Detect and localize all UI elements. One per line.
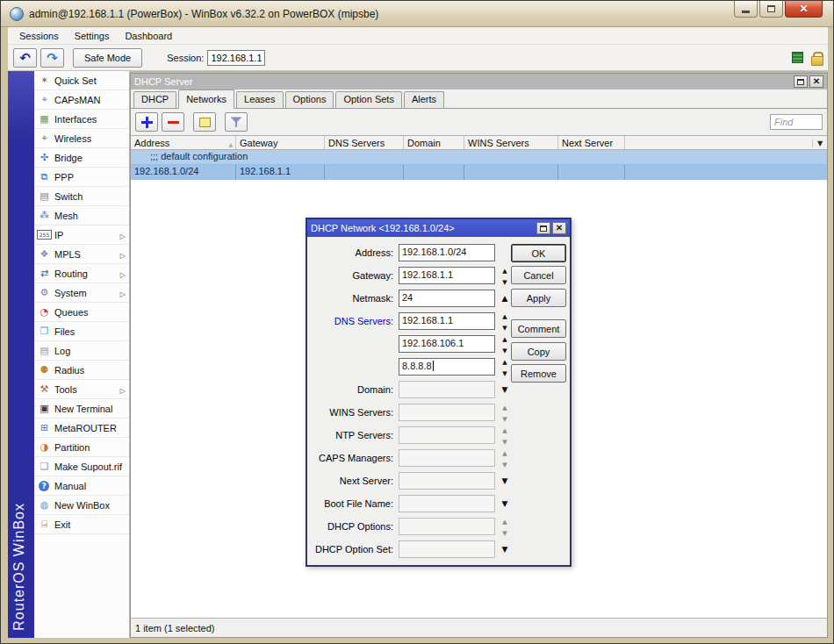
- spinner-updown-icon[interactable]: [499, 310, 511, 333]
- mpls-icon: ❖: [37, 248, 52, 260]
- find-input[interactable]: [770, 114, 823, 130]
- dialog-close-button[interactable]: ✕: [552, 222, 566, 234]
- sidebar-item-manual[interactable]: ?Manual: [34, 476, 129, 496]
- sidebar-item-capsman[interactable]: ⌖CAPsMAN: [34, 90, 129, 110]
- field-address: Address:192.168.1.0/24: [313, 244, 495, 261]
- sidebar-item-queues[interactable]: ◔Queues: [34, 303, 129, 322]
- sidebar-item-interfaces[interactable]: ▦Interfaces: [34, 110, 129, 129]
- tab-networks[interactable]: Networks: [178, 89, 234, 109]
- remove-button[interactable]: [162, 112, 184, 132]
- dialog-titlebar[interactable]: DHCP Network <192.168.1.0/24> ✕: [307, 219, 570, 237]
- sidebar-item-routing[interactable]: ⇄Routing: [34, 264, 129, 283]
- address-input[interactable]: 192.168.1.0/24: [399, 244, 495, 261]
- filter-button[interactable]: [225, 112, 248, 132]
- dropdown-arrow-icon[interactable]: [499, 476, 511, 485]
- tab-alerts[interactable]: Alerts: [404, 91, 444, 108]
- undo-button[interactable]: [13, 48, 37, 68]
- field-wins-servers: WINS Servers:: [313, 404, 511, 421]
- apply-button[interactable]: Apply: [511, 289, 566, 307]
- tab-leases[interactable]: Leases: [236, 91, 283, 108]
- safe-mode-button[interactable]: Safe Mode: [73, 48, 142, 68]
- dhcp-window-titlebar[interactable]: DHCP Server ✕: [131, 74, 827, 89]
- dhcp-close-button[interactable]: ✕: [809, 75, 823, 88]
- sidebar-item-ppp[interactable]: ⧉PPP: [34, 168, 129, 187]
- sidebar-item-new-terminal[interactable]: ▣New Terminal: [34, 399, 129, 419]
- spinner-updown-icon[interactable]: [499, 333, 511, 355]
- sidebar-item-mpls[interactable]: ❖MPLS: [34, 245, 129, 264]
- ok-button[interactable]: OK: [511, 244, 566, 262]
- wins-servers-input[interactable]: [399, 404, 495, 421]
- spinner-updown-icon[interactable]: [499, 401, 511, 424]
- comment-button[interactable]: Comment: [511, 319, 566, 338]
- sidebar-item-tools[interactable]: ⚒Tools: [34, 380, 129, 399]
- column-header-gateway[interactable]: Gateway: [236, 136, 325, 149]
- spinner-updown-icon[interactable]: [499, 424, 511, 447]
- main-titlebar[interactable]: admin@192.168.1.1 (PowerBox) - WinBox v6…: [1, 1, 833, 27]
- copy-button[interactable]: Copy: [511, 342, 566, 361]
- column-header-dns-servers[interactable]: DNS Servers: [325, 136, 404, 149]
- dhcp-option-set-input[interactable]: [399, 540, 495, 558]
- dropdown-arrow-icon[interactable]: [499, 499, 511, 508]
- sidebar-item-partition[interactable]: ◑Partition: [34, 438, 129, 457]
- redo-button[interactable]: [40, 48, 64, 68]
- column-header-domain[interactable]: Domain: [404, 136, 464, 149]
- sidebar-item-quick-set[interactable]: ✶Quick Set: [34, 71, 129, 90]
- tab-options[interactable]: Options: [285, 91, 334, 108]
- netmask-input[interactable]: 24: [399, 290, 495, 307]
- dhcp-options-input[interactable]: [399, 518, 495, 535]
- spinner-updown-icon[interactable]: [499, 355, 511, 378]
- sidebar-item-files[interactable]: ❐Files: [34, 322, 129, 341]
- spinner-up-icon[interactable]: [499, 294, 511, 303]
- spinner-updown-icon[interactable]: [499, 447, 511, 469]
- gateway-input[interactable]: 192.168.1.1: [399, 267, 495, 284]
- document-icon: ❏: [37, 461, 52, 472]
- spinner-updown-icon[interactable]: [499, 264, 511, 287]
- window-title: admin@192.168.1.1 (PowerBox) - WinBox v6…: [29, 8, 378, 20]
- text-caret: [433, 361, 434, 371]
- sidebar-item-radius[interactable]: ⚉Radius: [34, 361, 129, 380]
- dns-server-input-1[interactable]: 192.168.1.1: [399, 312, 495, 330]
- column-select-dropdown-icon[interactable]: [812, 140, 827, 147]
- domain-input[interactable]: [399, 381, 495, 398]
- sidebar-item-log[interactable]: ▤Log: [34, 341, 129, 361]
- column-header-address[interactable]: Address: [131, 136, 236, 149]
- maximize-button[interactable]: [759, 1, 783, 18]
- sidebar-item-metarouter[interactable]: ⊞MetaROUTER: [34, 419, 129, 438]
- sidebar-item-bridge[interactable]: ✣Bridge: [34, 148, 129, 168]
- dns-server-input-2[interactable]: 192.168.106.1: [399, 335, 495, 353]
- sidebar-item-switch[interactable]: ▤Switch: [34, 187, 129, 206]
- menu-settings[interactable]: Settings: [67, 29, 118, 43]
- dns-server-input-3[interactable]: 8.8.8.8: [399, 358, 495, 376]
- column-header-wins-servers[interactable]: WINS Servers: [464, 136, 558, 149]
- close-button[interactable]: ✕: [785, 1, 823, 18]
- tab-option-sets[interactable]: Option Sets: [335, 91, 401, 108]
- comment-button[interactable]: [193, 112, 216, 132]
- tab-dhcp[interactable]: DHCP: [133, 91, 176, 108]
- table-row[interactable]: 192.168.1.0/24 192.168.1.1: [131, 165, 827, 180]
- sidebar-item-mesh[interactable]: ⁂Mesh: [34, 206, 129, 225]
- sidebar-item-exit[interactable]: ⍈Exit: [34, 515, 129, 534]
- sidebar-item-new-winbox[interactable]: ◍New WinBox: [34, 496, 129, 515]
- menu-dashboard[interactable]: Dashboard: [117, 29, 180, 43]
- sidebar-item-ip[interactable]: 255IP: [34, 225, 129, 245]
- cancel-button[interactable]: Cancel: [511, 266, 566, 284]
- caps-managers-input[interactable]: [399, 449, 495, 467]
- menu-sessions[interactable]: Sessions: [11, 29, 67, 43]
- remove-button[interactable]: Remove: [511, 364, 566, 383]
- add-button[interactable]: [135, 112, 158, 132]
- sidebar-item-make-supout[interactable]: ❏Make Supout.rif: [34, 457, 129, 476]
- dhcp-restore-button[interactable]: [794, 75, 808, 88]
- dropdown-arrow-icon[interactable]: [499, 545, 511, 554]
- column-header-next-server[interactable]: Next Server: [558, 136, 625, 149]
- ntp-servers-input[interactable]: [399, 426, 495, 444]
- dialog-restore-button[interactable]: [536, 222, 550, 234]
- minimize-button[interactable]: [734, 1, 758, 18]
- spinner-updown-icon[interactable]: [499, 515, 511, 538]
- sidebar-item-wireless[interactable]: ⌖Wireless: [34, 129, 129, 148]
- boot-file-name-input[interactable]: [399, 495, 495, 512]
- comment-row[interactable]: ;;; default configuration: [131, 150, 827, 165]
- next-server-input[interactable]: [399, 472, 495, 490]
- dropdown-arrow-icon[interactable]: [499, 385, 511, 394]
- session-input[interactable]: [207, 50, 265, 66]
- sidebar-item-system[interactable]: ⚙System: [34, 283, 129, 303]
